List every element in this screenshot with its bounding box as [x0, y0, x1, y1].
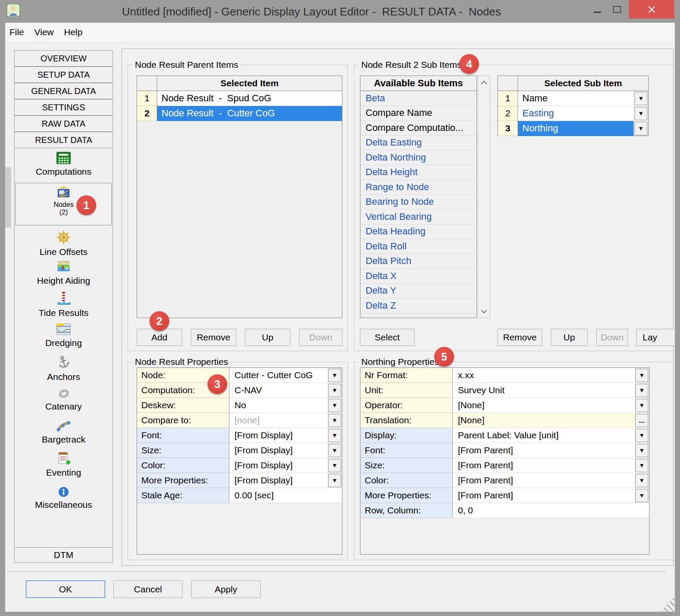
- sidebar-item-raw-data[interactable]: RAW DATA: [14, 115, 113, 132]
- chevron-down-icon[interactable]: ▼: [328, 414, 341, 427]
- sidebar-item-bargetrack[interactable]: Bargetrack: [15, 419, 113, 445]
- sidebar-item-result-data[interactable]: RESULT DATA: [14, 132, 113, 148]
- list-item[interactable]: Vertical Bearing: [360, 209, 476, 225]
- chevron-down-icon[interactable]: ▼: [634, 122, 647, 135]
- property-value[interactable]: x.xx: [453, 368, 634, 383]
- property-value[interactable]: Survey Unit: [453, 383, 634, 398]
- property-value[interactable]: No: [229, 398, 327, 413]
- property-value[interactable]: [From Parent]: [453, 488, 634, 503]
- ok-button[interactable]: OK: [26, 580, 105, 598]
- sidebar-item-settings[interactable]: SETTINGS: [14, 99, 113, 115]
- property-value[interactable]: [From Parent]: [453, 458, 634, 473]
- list-item[interactable]: Delta Pitch: [360, 254, 476, 269]
- sidebar-item-height-aiding[interactable]: GEOIDN Height Aiding: [15, 260, 113, 286]
- chevron-down-icon[interactable]: ▼: [328, 384, 341, 397]
- row-text[interactable]: Easting: [518, 106, 634, 121]
- property-value[interactable]: [None]: [453, 398, 634, 413]
- chevron-down-icon[interactable]: ▼: [328, 429, 341, 442]
- sidebar-item-line-offsets[interactable]: Line Offsets: [15, 230, 113, 257]
- property-value[interactable]: [From Display]: [229, 458, 327, 473]
- property-value[interactable]: [none]: [229, 413, 327, 428]
- close-button[interactable]: [629, 0, 674, 18]
- property-value[interactable]: Parent Label: Value [unit]: [453, 428, 634, 443]
- chevron-down-icon[interactable]: ▼: [328, 474, 341, 487]
- list-item[interactable]: Delta Easting: [360, 136, 476, 151]
- list-item[interactable]: Delta Roll: [360, 239, 476, 254]
- remove-button[interactable]: Remove: [191, 329, 236, 346]
- chevron-down-icon[interactable]: ▼: [328, 459, 341, 472]
- resize-grip-icon[interactable]: [660, 597, 674, 611]
- sidebar-item-miscellaneous[interactable]: Miscellaneous: [15, 486, 113, 510]
- list-item[interactable]: Delta Height: [360, 165, 476, 180]
- property-value[interactable]: [From Parent]: [453, 443, 634, 458]
- property-value[interactable]: 0.00 [sec]: [229, 488, 327, 503]
- ellipsis-button[interactable]: ...: [635, 414, 648, 427]
- property-value[interactable]: [From Parent]: [453, 473, 634, 488]
- select-button[interactable]: Select: [360, 329, 415, 346]
- table-row-selected[interactable]: 2 Node Result - Cutter CoG: [137, 106, 342, 121]
- chevron-down-icon[interactable]: ▼: [635, 399, 648, 412]
- row-text[interactable]: Node Result - Cutter CoG: [157, 106, 342, 121]
- menu-help[interactable]: Help: [59, 23, 88, 42]
- sidebar-item-eventing[interactable]: Eventing: [15, 451, 113, 478]
- minimize-button[interactable]: [588, 0, 607, 18]
- scrollbar[interactable]: [478, 76, 490, 318]
- chevron-down-icon[interactable]: ▼: [328, 444, 341, 457]
- list-item[interactable]: Range to Node: [360, 180, 476, 195]
- remove-sub-button[interactable]: Remove: [497, 329, 542, 346]
- list-item[interactable]: Delta Z: [360, 298, 476, 313]
- menu-file[interactable]: File: [5, 23, 29, 42]
- row-text[interactable]: Node Result - Spud CoG: [157, 91, 342, 106]
- table-row[interactable]: 1 Node Result - Spud CoG: [137, 91, 342, 106]
- property-value[interactable]: 0, 0: [453, 503, 634, 518]
- scroll-up-icon[interactable]: [478, 76, 490, 89]
- row-text[interactable]: Northing: [518, 121, 634, 136]
- list-item[interactable]: Delta Heading: [360, 225, 476, 240]
- up-button[interactable]: Up: [245, 329, 290, 346]
- chevron-down-icon[interactable]: ▼: [328, 369, 341, 382]
- list-item[interactable]: Delta X: [360, 269, 476, 284]
- menu-view[interactable]: View: [29, 23, 59, 42]
- chevron-down-icon[interactable]: ▼: [635, 474, 648, 487]
- cancel-button[interactable]: Cancel: [113, 580, 183, 598]
- scroll-down-icon[interactable]: [478, 305, 490, 318]
- sidebar-item-overview[interactable]: OVERVIEW: [14, 50, 113, 67]
- table-row-selected[interactable]: 3 Northing ▼: [498, 121, 648, 136]
- chevron-down-icon[interactable]: ▼: [635, 459, 648, 472]
- list-item[interactable]: Delta Northing: [360, 150, 476, 165]
- table-row[interactable]: 1 Name ▼: [498, 91, 648, 106]
- sidebar-item-nodes[interactable]: Nodes (2): [15, 183, 112, 225]
- chevron-down-icon[interactable]: ▼: [635, 429, 648, 442]
- property-value[interactable]: [From Display]: [229, 428, 327, 443]
- sidebar-item-general-data[interactable]: GENERAL DATA: [14, 83, 113, 99]
- list-item[interactable]: Bearing to Node: [360, 195, 476, 210]
- chevron-down-icon[interactable]: ▼: [635, 369, 648, 382]
- up-sub-button[interactable]: Up: [551, 329, 588, 346]
- list-item[interactable]: Compare Name: [360, 106, 476, 121]
- sidebar-item-anchors[interactable]: Anchors: [15, 355, 113, 382]
- list-item[interactable]: Compare Computatio...: [360, 121, 476, 136]
- property-value[interactable]: Cutter - Cutter CoG: [229, 368, 327, 383]
- chevron-down-icon[interactable]: ▼: [635, 444, 648, 457]
- add-button[interactable]: Add: [137, 329, 182, 346]
- maximize-button[interactable]: [607, 0, 626, 18]
- property-value[interactable]: C-NAV: [229, 383, 327, 398]
- sidebar-item-dtm[interactable]: DTM: [15, 547, 113, 562]
- property-value[interactable]: [From Display]: [229, 443, 327, 458]
- chevron-down-icon[interactable]: ▼: [328, 399, 341, 412]
- chevron-down-icon[interactable]: ▼: [635, 489, 648, 502]
- chevron-down-icon[interactable]: ▼: [635, 384, 648, 397]
- chevron-down-icon[interactable]: ▼: [634, 92, 647, 105]
- sidebar-item-catenary[interactable]: Catenary: [15, 387, 113, 412]
- property-value[interactable]: [None]: [453, 413, 634, 428]
- sidebar-item-tide-results[interactable]: Tide Results: [15, 291, 113, 318]
- list-item[interactable]: Beta: [360, 91, 476, 106]
- sidebar-item-setup-data[interactable]: SETUP DATA: [14, 67, 113, 83]
- layout-button[interactable]: Lay: [636, 329, 677, 346]
- property-value[interactable]: [From Display]: [229, 473, 327, 488]
- chevron-down-icon[interactable]: ▼: [634, 107, 647, 120]
- sidebar-item-dredging[interactable]: Dredging: [15, 323, 113, 348]
- sidebar-item-computations[interactable]: Computations: [15, 152, 113, 177]
- list-item[interactable]: Delta Y: [360, 284, 476, 299]
- table-row[interactable]: 2 Easting ▼: [498, 106, 648, 121]
